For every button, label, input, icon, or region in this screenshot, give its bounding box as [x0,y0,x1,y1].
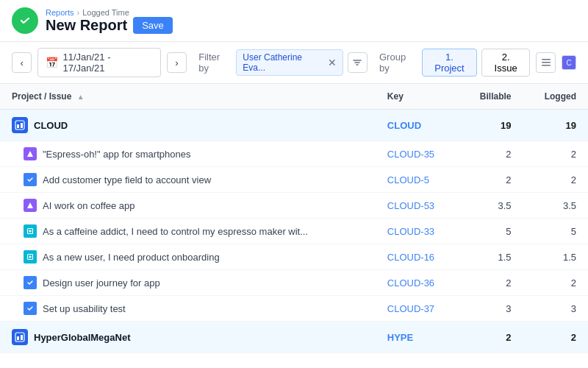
filter-tag[interactable]: User Catherine Eva... ✕ [236,49,343,76]
report-title: New Report Save [46,17,173,34]
project-name: HyperGlobalMegaNet [12,329,364,345]
filter-tag-text: User Catherine Eva... [243,52,324,73]
svg-rect-3 [542,65,551,66]
issue-logged: 2 [523,141,588,167]
table-row: As a caffeine addict, I need to control … [0,219,588,244]
cloud-app-icon[interactable]: C [562,55,576,70]
col-key: Key [376,84,459,110]
svg-marker-8 [27,202,33,208]
svg-rect-6 [21,123,23,128]
svg-rect-1 [542,59,551,60]
project-row: CLOUD CLOUD 19 19 [0,110,588,141]
issue-name: Add customer type field to account view [12,173,364,186]
svg-rect-2 [542,62,551,63]
table-row: Add customer type field to account view … [0,167,588,193]
col-project-issue: Project / Issue ▲ [0,84,376,110]
issue-key[interactable]: CLOUD-53 [387,200,434,211]
project-key[interactable]: HYPE [387,332,413,343]
issue-logged: 5 [523,219,588,244]
issue-name: Set up usability test [12,302,364,315]
report-title-text: New Report [46,17,127,34]
issue-name: "Espress-oh!" app for smartphones [12,147,364,160]
project-key[interactable]: CLOUD [387,120,421,131]
table-row: "Espress-oh!" app for smartphones CLOUD-… [0,141,588,167]
issue-billable: 2 [459,270,523,296]
issue-billable: 2 [459,353,523,357]
table-row: Set up usability test CLOUD-37 3 3 [0,296,588,322]
header-icon [12,7,38,34]
breadcrumb-separator: › [77,8,80,17]
group-label: Group by [379,52,417,74]
issue-name: As a new user, I need product onboarding [12,250,364,263]
filter-tag-close-icon[interactable]: ✕ [328,57,337,68]
date-range-text: 11/Jan/21 - 17/Jan/21 [62,52,152,74]
issue-key[interactable]: CLOUD-36 [387,277,434,289]
svg-rect-4 [15,121,24,130]
group-project-button[interactable]: 1. Project [422,49,477,77]
issue-logged: 2 [523,270,588,296]
filter-section: Filter by User Catherine Eva... ✕ [198,49,368,76]
group-section: Group by 1. Project 2. Issue [379,49,556,77]
table-row: AI work on coffee app CLOUD-53 3.5 3.5 [0,193,588,219]
issue-logged: 2 [523,167,588,193]
report-table: Project / Issue ▲ Key Billable Logged CL… [0,84,588,356]
issue-key[interactable]: CLOUD-5 [387,174,429,185]
project-logged: 19 [523,110,588,141]
col-billable: Billable [459,84,523,110]
issue-name: Design user journey for app [12,276,364,289]
svg-rect-17 [21,335,23,340]
header-text: Reports › Logged Time New Report Save [46,8,173,34]
project-billable: 2 [459,322,523,353]
col-logged: Logged [523,84,588,110]
project-name: CLOUD [12,117,364,133]
project-row: HyperGlobalMegaNet HYPE 2 2 [0,322,588,353]
group-issue-button[interactable]: 2. Issue [481,49,530,77]
svg-rect-5 [17,124,19,128]
filter-options-button[interactable] [348,52,368,73]
breadcrumb-current: Logged Time [82,8,129,17]
sort-icon: ▲ [77,93,85,101]
table-row: As a new user, I need product onboarding… [0,244,588,270]
breadcrumb: Reports › Logged Time [46,8,173,17]
issue-billable: 5 [459,219,523,244]
issue-billable: 3 [459,296,523,322]
date-range-picker[interactable]: 📅 11/Jan/21 - 17/Jan/21 [37,48,160,77]
table-row: As a HYPE exec, how do I get responsive … [0,353,588,357]
issue-logged: 3.5 [523,193,588,219]
table-row: Design user journey for app CLOUD-36 2 2 [0,270,588,296]
next-button[interactable]: › [167,52,187,73]
svg-rect-15 [15,333,24,342]
issue-billable: 3.5 [459,193,523,219]
issue-key[interactable]: CLOUD-16 [387,252,434,263]
issue-billable: 2 [459,141,523,167]
issue-name: As a caffeine addict, I need to control … [12,224,364,238]
filter-label: Filter by [198,52,232,74]
issue-logged: 1.5 [523,244,588,270]
prev-button[interactable]: ‹ [12,52,32,73]
issue-name: AI work on coffee app [12,199,364,212]
project-billable: 19 [459,110,523,141]
issue-billable: 1.5 [459,244,523,270]
calendar-icon: 📅 [46,57,58,68]
issue-logged: 2 [523,353,588,357]
project-logged: 2 [523,322,588,353]
more-options-button[interactable] [536,52,556,73]
svg-marker-7 [27,151,33,157]
svg-rect-16 [17,336,19,340]
issue-key[interactable]: CLOUD-33 [387,226,434,237]
table-container: Project / Issue ▲ Key Billable Logged CL… [0,84,588,356]
save-button[interactable]: Save [133,17,173,34]
header: Reports › Logged Time New Report Save [0,0,588,42]
toolbar: ‹ 📅 11/Jan/21 - 17/Jan/21 › Filter by Us… [0,42,588,84]
issue-billable: 2 [459,167,523,193]
issue-logged: 3 [523,296,588,322]
issue-key[interactable]: CLOUD-35 [387,149,434,160]
breadcrumb-reports-link[interactable]: Reports [46,8,74,17]
issue-key[interactable]: CLOUD-37 [387,303,434,314]
